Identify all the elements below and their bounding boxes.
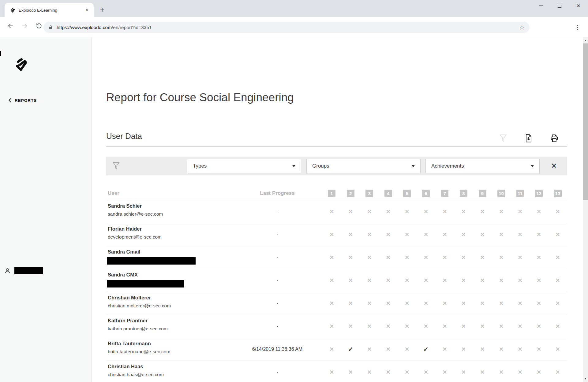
scroll-up-icon[interactable]: ▲: [583, 38, 588, 43]
achievement-cell: ✕: [548, 292, 567, 315]
achievement-column-badge: 6: [422, 190, 430, 197]
x-icon: ✕: [386, 231, 391, 238]
close-icon: ✕: [576, 3, 580, 9]
url-bar[interactable]: https://www.exploodo.com/en/report?id=33…: [43, 22, 530, 33]
achievement-cell: ✕: [473, 200, 492, 223]
window-maximize-button[interactable]: [550, 0, 569, 12]
achievement-cell: ✕: [398, 292, 417, 315]
back-button-icon[interactable]: [7, 22, 14, 29]
page-title: Report for Course Social Engineering: [106, 91, 294, 104]
last-progress-value: -: [247, 278, 308, 283]
section-divider: [106, 146, 567, 147]
achievement-cell: ✕: [511, 338, 530, 361]
achievement-cell: ✕: [530, 246, 549, 269]
achievement-cell: ✕: [379, 315, 398, 338]
x-icon: ✕: [348, 300, 353, 307]
achievement-column: 6: [417, 187, 436, 200]
achievements-dropdown[interactable]: Achievements: [425, 159, 540, 173]
x-icon: ✕: [386, 254, 391, 261]
achievement-cell: ✕: [360, 246, 379, 269]
x-icon: ✕: [348, 369, 353, 376]
last-progress-value: -: [247, 324, 308, 329]
achievement-cell: ✕: [435, 361, 454, 382]
achievement-column-badge: 9: [479, 190, 486, 197]
user-email: kathrin.prantner@e-sec.com: [108, 326, 168, 332]
achievement-cell: ✕: [398, 315, 417, 338]
achievement-cell: ✕: [511, 200, 530, 223]
achievement-marks: ✕✕✕✕✕✕✕✕✕✕✕✕✕: [322, 269, 567, 292]
close-filter-button[interactable]: ✕: [549, 161, 559, 170]
print-icon[interactable]: [550, 134, 559, 143]
x-icon: ✕: [499, 300, 504, 307]
browser-tab[interactable]: Exploodo E-Learning ✕: [5, 3, 94, 17]
forward-button-icon[interactable]: [21, 22, 28, 29]
table-header: User Last Progress 12345678910111213: [106, 187, 567, 200]
achievement-column-badge: 5: [403, 190, 411, 197]
x-icon: ✕: [518, 277, 522, 284]
achievement-column-badge: 11: [516, 190, 524, 197]
achievement-cell: ✕: [398, 200, 417, 223]
column-header-last-progress: Last Progress: [247, 190, 308, 196]
bookmark-star-icon[interactable]: ☆: [519, 24, 525, 31]
reload-button-icon[interactable]: [36, 22, 43, 29]
achievement-column: 2: [341, 187, 360, 200]
achievement-cell: ✓: [417, 338, 436, 361]
achievement-cell: ✕: [322, 269, 341, 292]
x-icon: ✕: [348, 277, 353, 284]
tab-close-icon[interactable]: ✕: [84, 7, 90, 13]
window-minimize-button[interactable]: [531, 0, 550, 12]
redaction-artifact: [0, 51, 1, 56]
sidebar-item-reports[interactable]: REPORTS: [0, 96, 92, 105]
table-row: Sandra Schiersandra.schier@e-sec.com-✕✕✕…: [106, 200, 567, 223]
last-progress-value: -: [247, 209, 308, 214]
x-icon: ✕: [499, 323, 504, 330]
x-icon: ✕: [329, 208, 334, 215]
scrollbar-thumb[interactable]: [583, 43, 588, 200]
download-report-icon[interactable]: [524, 134, 533, 143]
table-row: Kathrin Prantnerkathrin.prantner@e-sec.c…: [106, 315, 567, 338]
achievement-cell: ✕: [417, 292, 436, 315]
achievement-column: 8: [454, 187, 473, 200]
achievement-cell: ✕: [473, 338, 492, 361]
achievement-cell: ✕: [435, 223, 454, 246]
achievement-column-badge: 7: [441, 190, 448, 197]
window-close-button[interactable]: ✕: [569, 0, 588, 12]
x-icon: ✕: [480, 369, 485, 376]
last-progress-value: -: [247, 255, 308, 260]
achievement-cell: ✕: [360, 315, 379, 338]
achievement-cell: ✓: [341, 338, 360, 361]
x-icon: ✕: [405, 300, 409, 307]
achievement-column: 11: [511, 187, 530, 200]
achievement-cell: ✕: [492, 223, 511, 246]
types-dropdown[interactable]: Types: [187, 159, 301, 173]
check-icon: ✓: [348, 346, 353, 353]
sidebar-user-account[interactable]: [0, 266, 92, 275]
scroll-down-icon[interactable]: ▼: [583, 376, 588, 381]
achievement-cell: ✕: [530, 292, 549, 315]
groups-dropdown[interactable]: Groups: [306, 159, 421, 173]
achievement-cell: ✕: [322, 315, 341, 338]
achievement-cell: ✕: [322, 223, 341, 246]
x-icon: ✕: [442, 231, 447, 238]
achievement-cell: ✕: [379, 246, 398, 269]
achievement-cell: ✕: [548, 223, 567, 246]
vertical-scrollbar[interactable]: ▲ ▼: [583, 37, 588, 382]
browser-menu-icon[interactable]: [575, 24, 580, 31]
x-icon: ✕: [442, 208, 447, 215]
achievement-cell: ✕: [360, 223, 379, 246]
achievement-cell: ✕: [417, 269, 436, 292]
x-icon: ✕: [442, 300, 447, 307]
new-tab-button[interactable]: +: [97, 5, 107, 15]
achievement-cell: ✕: [548, 200, 567, 223]
tab-title: Exploodo E-Learning: [19, 8, 84, 13]
user-name: Florian Haider: [108, 226, 142, 232]
person-icon: [4, 268, 11, 274]
x-icon: ✕: [537, 208, 541, 215]
x-icon: ✕: [518, 323, 522, 330]
achievement-cell: ✕: [398, 361, 417, 382]
achievement-cell: ✕: [511, 269, 530, 292]
achievement-cell: ✕: [341, 269, 360, 292]
achievement-cell: ✕: [341, 200, 360, 223]
achievement-cell: ✕: [435, 292, 454, 315]
filter-icon[interactable]: [499, 134, 507, 143]
